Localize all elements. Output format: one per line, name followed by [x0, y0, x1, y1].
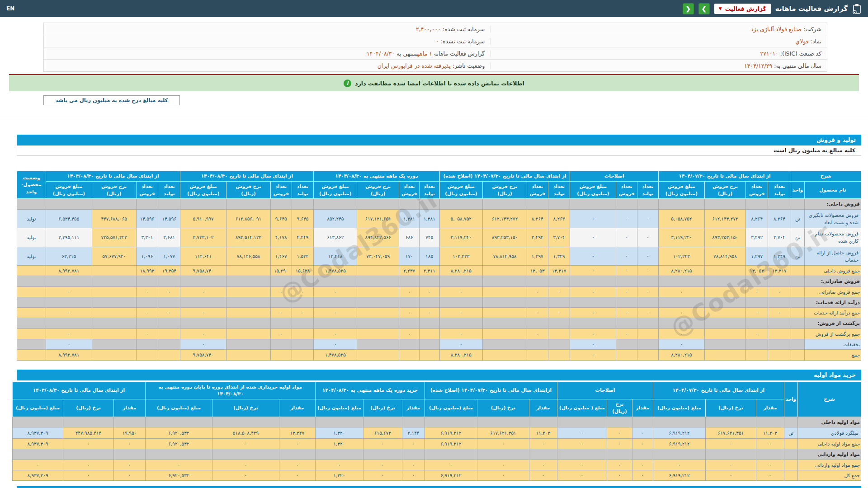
table-cell [17, 199, 46, 209]
symbol-value: فولاي [795, 38, 810, 45]
table-cell [483, 339, 527, 349]
table-cell [746, 297, 768, 307]
company-label: شرکت: [803, 26, 821, 33]
table-cell: ۱۹,۳۵۴ [158, 266, 180, 276]
table-cell: ۰ [616, 228, 637, 247]
publisher-status-field: وضعیت ناشر:پذیرفته شده در فرابورس ایران [44, 62, 490, 69]
row-label: فروش داخلی: [804, 199, 861, 209]
table-cell [92, 339, 136, 349]
table-row-data: فروش حاصل از ارائه خدماتتن۱,۳۴۹۱,۲۹۷۷۸,۸… [17, 247, 861, 266]
table-cell [363, 417, 402, 427]
table-cell [402, 449, 425, 460]
report-type-dropdown[interactable]: گزارش فعالیت ▼ [714, 4, 771, 14]
table-cell [226, 308, 271, 318]
table-cell [226, 350, 271, 360]
table-cell [768, 328, 791, 339]
table-cell [616, 276, 637, 286]
publisher-status-label: وضعیت ناشر: [453, 62, 485, 69]
table-cell: ۶۸۶ [399, 228, 420, 247]
table-cell [17, 318, 46, 328]
company-field: شرکت:صنایع فولاد آلیاژی یزد [490, 26, 827, 33]
table-cell [570, 297, 616, 307]
table-cell [607, 417, 632, 427]
table-cell: ۰ [439, 308, 483, 318]
table-cell: ۹,۶۴۵ [292, 209, 314, 228]
table-cell [653, 417, 706, 427]
table-cell [357, 297, 399, 307]
table-cell [270, 339, 292, 349]
previous-report-button[interactable]: ❮ [683, 3, 694, 14]
table-cell: ۲,۳۹۵,۱۱۱ [46, 228, 92, 247]
table-cell: ۰ [136, 328, 158, 339]
table-cell [420, 318, 440, 328]
table-cell [357, 199, 399, 209]
table-cell [746, 199, 768, 209]
table-cell [399, 276, 420, 286]
table-cell [136, 318, 158, 328]
table-cell: ۰ [746, 328, 768, 339]
table-cell [791, 297, 804, 307]
table-cell: ۰ [768, 308, 791, 318]
table-cell [637, 350, 659, 360]
unregistered-label: سرمایه ثبت نشده: [441, 38, 485, 45]
table-cell: ۸,۲۶۴ [768, 209, 791, 228]
table-cell: ۰ [136, 308, 158, 318]
table-cell [420, 199, 440, 209]
table-cell [616, 199, 637, 209]
table-cell [637, 328, 659, 339]
table-cell: ۰ [145, 460, 212, 470]
table-row-total: جمع فروش صادراتی۰۰۰۰۰۰۰۰۰۰۰۰۰۰۰۰۰۰ [17, 286, 861, 297]
table-cell: ۶۱۷,۶۲۱,۳۵۱ [706, 427, 756, 438]
table-cell [12, 449, 63, 460]
row-label: فروش محصولات تمام کاري شده [804, 228, 861, 247]
table-cell: ۰ [570, 339, 616, 349]
table-cell [357, 328, 399, 339]
table-cell: ۲,۲۳۷ [399, 266, 420, 276]
table-cell: ۶,۹۱۹,۲۱۲ [425, 439, 477, 449]
table-cell: ۰ [212, 460, 279, 470]
table-cell [113, 417, 145, 427]
column-header: مبلغ فروش (میلیون ریال) [46, 181, 92, 199]
table-cell: ۰ [746, 286, 768, 297]
table-cell [616, 297, 637, 307]
table-cell [420, 276, 440, 286]
table-cell: ۰ [616, 266, 637, 276]
table-cell [92, 297, 136, 307]
table-cell: ۶,۹۲۰,۵۳۲ [145, 439, 212, 449]
table-cell [784, 439, 798, 449]
table-cell [746, 318, 768, 328]
column-header: مقدار [756, 399, 784, 417]
table-cell: ۱,۰۹۶ [136, 247, 158, 266]
table-cell [363, 449, 402, 460]
table-cell [791, 339, 804, 349]
table-cell [483, 266, 527, 276]
table-cell [557, 417, 607, 427]
table-cell: ۰ [557, 439, 607, 449]
column-header: نرخ فروش (ریال) [92, 181, 136, 199]
table-cell: تن [784, 427, 798, 438]
table-cell: ۷۸,۸۱۴,۹۵۸ [483, 247, 527, 266]
table-cell: ۳,۴۹۲ [746, 228, 768, 247]
table-cell: ۱,۲۹۷ [746, 247, 768, 266]
column-group-header: اصلاحات [557, 382, 653, 399]
symbol-field: نماد:فولاي [490, 38, 827, 45]
isic-label: کد صنعت (ISIC): [780, 50, 821, 57]
column-group-header: شرح [798, 382, 861, 417]
table-cell: ۰ [570, 328, 616, 339]
table-cell: ۱۰۲,۲۲۳ [439, 247, 483, 266]
language-toggle[interactable]: EN [6, 5, 14, 12]
table-cell [483, 308, 527, 318]
signature-match-notice: اطلاعات نمایش داده شده با اطلاعات امضا ش… [9, 74, 859, 91]
table-cell [791, 350, 804, 360]
next-report-button[interactable]: ❯ [698, 3, 710, 14]
column-header: تعداد تولید [292, 181, 314, 199]
table-row-section: برگشت از فروش: [17, 318, 861, 328]
column-header: نرخ فروش (ریال) [483, 181, 527, 199]
table-cell [791, 318, 804, 328]
table-cell: ۳,۱۱۹,۲۴۰ [439, 228, 483, 247]
fiscal-label: سال مالی منتهی به: [774, 62, 821, 69]
table-cell [292, 276, 314, 286]
table-cell: ۰ [420, 286, 440, 297]
row-label: میلگرد فولادي [798, 427, 861, 438]
column-header: تعداد تولید [637, 181, 659, 199]
